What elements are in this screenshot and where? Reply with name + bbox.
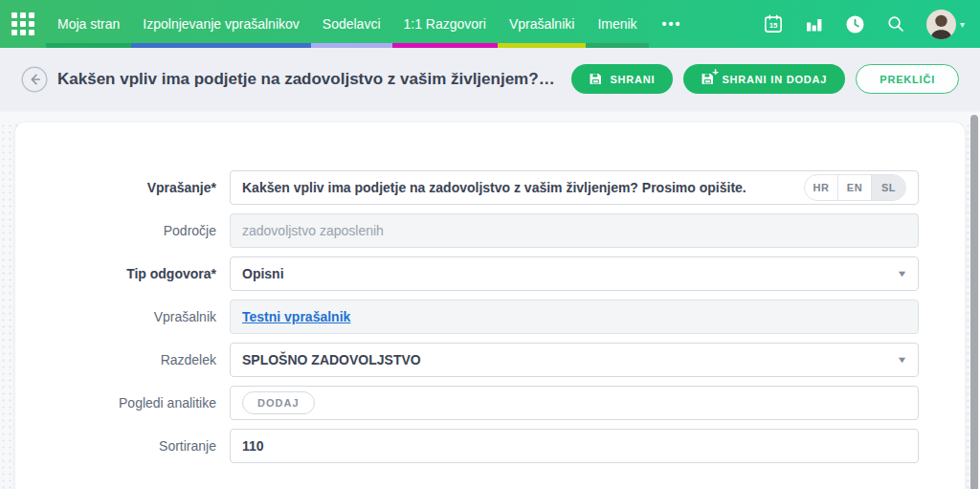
save-button[interactable]: SHRANI xyxy=(571,64,673,94)
clock-icon[interactable] xyxy=(845,14,865,34)
cancel-button-label: PREKLIČI xyxy=(880,74,935,85)
nav-right-icons: 15 xyxy=(764,0,980,48)
area-label: Področje xyxy=(15,223,230,238)
form-row-area: Področje xyxy=(15,213,965,248)
form-row-questionnaire: Vprašalnik Testni vprašalnik xyxy=(15,300,965,334)
analytics-views-field: DODAJ xyxy=(230,386,919,420)
nav-item-sodelavci[interactable]: Sodelavci xyxy=(311,0,392,48)
area-input xyxy=(242,223,906,238)
user-avatar xyxy=(926,10,956,39)
nav-item-label: Moja stran xyxy=(57,16,120,32)
bar-chart-icon[interactable] xyxy=(805,15,823,33)
question-value: Kakšen vpliv ima podjetje na zadovoljstv… xyxy=(242,180,746,195)
lang-tab-hr[interactable]: HR xyxy=(805,175,838,200)
lang-tab-en[interactable]: EN xyxy=(838,175,872,200)
app-grid-button[interactable] xyxy=(0,0,46,48)
section-value: SPLOŠNO ZADOVOLJSTVO xyxy=(242,352,421,367)
form-row-question: Vprašanje* Kakšen vpliv ima podjetje na … xyxy=(15,170,965,205)
page-background: Vprašanje* Kakšen vpliv ima podjetje na … xyxy=(0,122,980,489)
nav-item-izpolnjevanje-vprasalnikov[interactable]: Izpolnjevanje vprašalnikov xyxy=(131,0,310,48)
nav-item-label: Imenik xyxy=(597,16,636,32)
form-row-sorting: Sortiranje xyxy=(15,429,965,463)
nav-item-label: Izpolnjevanje vprašalnikov xyxy=(143,16,299,32)
form-row-analytics-views: Pogledi analitike DODAJ xyxy=(15,386,965,420)
nav-more-menu[interactable]: ••• xyxy=(649,0,696,48)
question-form-card: Vprašanje* Kakšen vpliv ima podjetje na … xyxy=(15,122,965,489)
save-and-add-button[interactable]: + SHRANI IN DODAJ xyxy=(683,64,845,94)
area-field xyxy=(230,213,919,248)
sorting-input[interactable] xyxy=(242,438,906,454)
search-icon[interactable] xyxy=(887,15,904,33)
section-select[interactable]: SPLOŠNO ZADOVOLJSTVO ▼ xyxy=(230,343,919,377)
save-button-label: SHRANI xyxy=(610,74,655,85)
back-button[interactable] xyxy=(21,66,48,93)
form-row-answer-type: Tip odgovora* Opisni ▼ xyxy=(15,256,965,291)
header-buttons: SHRANI + SHRANI IN DODAJ PREKLIČI xyxy=(571,64,959,94)
calendar-icon[interactable]: 15 xyxy=(764,14,783,33)
form-row-section: Razdelek SPLOŠNO ZADOVOLJSTVO ▼ xyxy=(15,343,965,377)
page-header: Kakšen vpliv ima podjetje na zadovoljstv… xyxy=(0,48,980,110)
question-input[interactable]: Kakšen vpliv ima podjetje na zadovoljstv… xyxy=(230,170,919,205)
nav-item-label: Vprašalniki xyxy=(509,16,574,32)
vertical-scrollbar[interactable] xyxy=(970,115,978,489)
grid-icon xyxy=(11,12,34,35)
questionnaire-label: Vprašalnik xyxy=(15,309,230,324)
dropdown-caret-icon: ▼ xyxy=(897,269,908,278)
cancel-button[interactable]: PREKLIČI xyxy=(856,64,959,94)
save-and-add-button-label: SHRANI IN DODAJ xyxy=(722,74,827,85)
analytics-views-label: Pogledi analitike xyxy=(15,395,230,411)
dropdown-caret-icon: ▼ xyxy=(897,355,908,365)
nav-item-label: Sodelavci xyxy=(323,16,381,32)
nav-item-moja-stran[interactable]: Moja stran xyxy=(46,0,131,48)
answer-type-value: Opisni xyxy=(242,266,284,281)
questionnaire-field: Testni vprašalnik xyxy=(230,300,919,334)
nav-items: Moja stran Izpolnjevanje vprašalnikov So… xyxy=(46,0,695,48)
nav-item-razgovori[interactable]: 1:1 Razgovori xyxy=(392,0,498,48)
answer-type-label: Tip odgovora* xyxy=(15,266,230,281)
save-icon xyxy=(590,73,602,85)
nav-item-imenik[interactable]: Imenik xyxy=(586,0,648,48)
top-navigation: Moja stran Izpolnjevanje vprašalnikov So… xyxy=(0,0,980,48)
sorting-label: Sortiranje xyxy=(15,438,230,454)
save-plus-icon: + xyxy=(702,73,714,85)
page-title: Kakšen vpliv ima podjetje na zadovoljstv… xyxy=(57,70,571,89)
lang-tab-sl[interactable]: SL xyxy=(872,175,905,200)
chevron-down-icon: ▾ xyxy=(960,19,965,30)
answer-type-select[interactable]: Opisni ▼ xyxy=(230,256,919,291)
section-label: Razdelek xyxy=(15,352,230,367)
questionnaire-link[interactable]: Testni vprašalnik xyxy=(242,309,350,324)
user-menu[interactable]: ▾ xyxy=(926,10,965,39)
nav-item-label: 1:1 Razgovori xyxy=(404,16,486,32)
question-label: Vprašanje* xyxy=(15,180,230,195)
nav-item-vprasalniki[interactable]: Vprašalniki xyxy=(498,0,586,48)
language-switch: HR EN SL xyxy=(804,174,906,201)
add-analytics-view-button[interactable]: DODAJ xyxy=(242,391,315,414)
more-icon: ••• xyxy=(662,16,682,32)
sorting-field[interactable] xyxy=(230,429,919,463)
calendar-day-number: 15 xyxy=(769,21,778,30)
